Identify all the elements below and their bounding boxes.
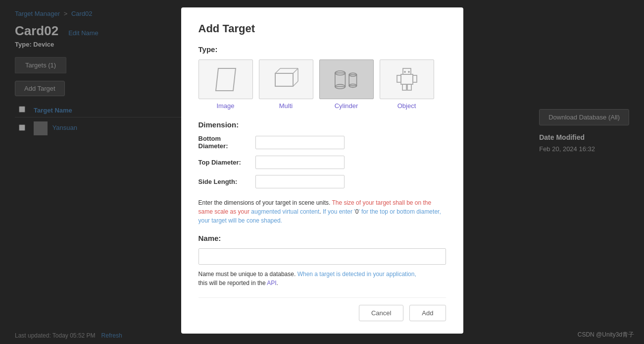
- type-label-image: Image: [216, 102, 234, 110]
- top-diameter-row: Top Diameter:: [198, 156, 446, 169]
- bottom-diameter-row: BottomDiameter:: [198, 135, 446, 150]
- svg-line-3: [293, 68, 298, 73]
- svg-rect-18: [407, 84, 411, 90]
- side-length-label: Side Length:: [198, 178, 255, 185]
- cylinder-type-icon: [332, 66, 361, 93]
- dimension-section-label: Dimension:: [198, 120, 446, 129]
- type-option-cylinder[interactable]: Cylinder: [319, 59, 374, 110]
- top-diameter-input[interactable]: [255, 156, 345, 169]
- side-length-row: Side Length:: [198, 175, 446, 188]
- svg-rect-1: [275, 73, 293, 86]
- type-icon-box-multi: [259, 59, 313, 99]
- svg-line-2: [275, 68, 280, 73]
- modal-footer: Cancel Add: [198, 297, 446, 321]
- bottom-diameter-label: BottomDiameter:: [198, 135, 255, 150]
- name-hint-2: When a target is detected in your applic…: [297, 271, 416, 278]
- type-icon-box-image: [198, 59, 253, 99]
- modal-title: Add Target: [198, 22, 446, 35]
- name-hint-3: this will be reported in the: [198, 280, 267, 287]
- add-button[interactable]: Add: [409, 305, 446, 321]
- name-input[interactable]: [198, 248, 446, 265]
- svg-rect-16: [413, 75, 417, 82]
- modal-overlay: Add Target Type: Image: [0, 0, 644, 344]
- svg-rect-14: [401, 74, 413, 84]
- type-label-object: Object: [397, 102, 416, 110]
- svg-rect-15: [397, 75, 401, 82]
- svg-point-20: [408, 71, 410, 73]
- type-selector: Image Multi: [198, 59, 446, 110]
- side-length-input[interactable]: [255, 175, 345, 188]
- svg-point-19: [404, 71, 406, 73]
- name-hint-4: API: [267, 280, 276, 287]
- name-section-label: Name:: [198, 234, 446, 242]
- multi-type-icon: [271, 66, 301, 93]
- type-icon-box-cylinder: [319, 59, 374, 99]
- hint-text-5: If you enter ': [323, 208, 355, 215]
- object-type-icon: [392, 66, 422, 93]
- type-section-label: Type:: [198, 45, 446, 54]
- type-option-multi[interactable]: Multi: [259, 59, 313, 110]
- dimension-section: Dimension: BottomDiameter: Top Diameter:…: [198, 120, 446, 188]
- type-icon-box-object: [380, 59, 434, 99]
- name-hint-1: Name must be unique to a database.: [198, 271, 297, 278]
- svg-line-4: [293, 81, 298, 86]
- name-hint: Name must be unique to a database. When …: [198, 270, 446, 287]
- type-label-cylinder: Cylinder: [335, 102, 358, 110]
- name-section: Name: Name must be unique to a database.…: [198, 234, 446, 287]
- dimension-hint: Enter the dimensions of your target in s…: [198, 198, 446, 225]
- hint-text-3: augmented virtual content: [251, 208, 319, 215]
- cancel-button[interactable]: Cancel: [359, 305, 403, 321]
- top-diameter-label: Top Diameter:: [198, 159, 255, 166]
- type-option-image[interactable]: Image: [198, 59, 253, 110]
- name-hint-5: .: [277, 280, 278, 287]
- hint-text-4: .: [319, 208, 323, 215]
- image-type-icon: [211, 66, 241, 93]
- type-label-multi: Multi: [279, 102, 293, 110]
- svg-marker-0: [216, 68, 236, 91]
- type-option-object[interactable]: Object: [380, 59, 434, 110]
- add-target-modal: Add Target Type: Image: [181, 7, 463, 334]
- bottom-diameter-input[interactable]: [255, 136, 345, 149]
- hint-text-1: Enter the dimensions of your target in s…: [198, 199, 332, 206]
- svg-rect-17: [402, 84, 406, 90]
